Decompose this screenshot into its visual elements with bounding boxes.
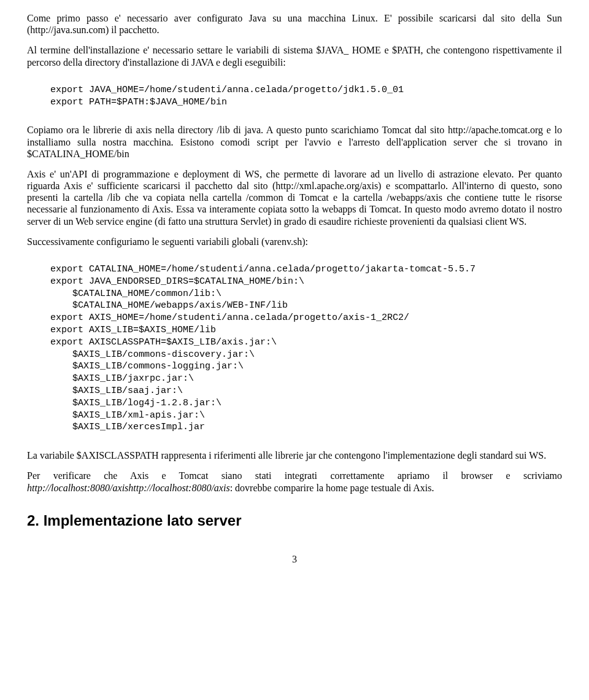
paragraph-7-url: http://localhost:8080/axishttp://localho…	[27, 483, 230, 493]
section-heading-2: 2. Implementazione lato server	[27, 512, 562, 530]
page-number: 3	[27, 553, 562, 565]
paragraph-4: Axis e' un'API di programmazione e deplo…	[27, 168, 562, 227]
paragraph-5: Successivamente configuriamo le seguenti…	[27, 236, 562, 247]
paragraph-6: La variabile $AXISCLASSPATH rappresenta …	[27, 449, 562, 461]
paragraph-1: Come primo passo e' necessario aver conf…	[27, 12, 562, 36]
paragraph-7: Per verificare che Axis e Tomcat siano s…	[27, 470, 562, 493]
paragraph-2: Al termine dell'installazione e' necessa…	[27, 44, 562, 68]
paragraph-7-prefix: Per verificare che Axis e Tomcat siano s…	[27, 470, 562, 481]
code-block-2: export CATALINA_HOME=/home/studenti/anna…	[50, 263, 562, 434]
paragraph-7-suffix: : dovrebbe comparire la home page testua…	[230, 483, 434, 493]
paragraph-3: Copiamo ora le librerie di axis nella di…	[27, 124, 562, 160]
code-block-1: export JAVA_HOME=/home/studenti/anna.cel…	[50, 84, 562, 109]
